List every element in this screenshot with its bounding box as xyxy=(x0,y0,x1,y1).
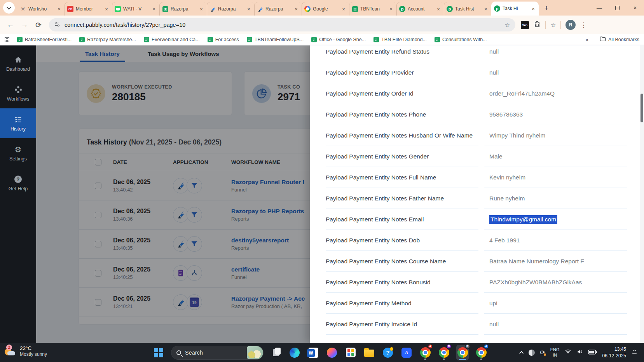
sidebar-item-settings[interactable]: ⚙ Settings xyxy=(0,138,36,168)
payload-value[interactable]: upi xyxy=(484,293,627,314)
store-app[interactable] xyxy=(344,345,357,360)
close-icon[interactable]: × xyxy=(341,6,346,12)
payload-value-selected[interactable]: Thindwimpy@gmail.com xyxy=(484,209,627,230)
tab-title: Task Hist xyxy=(455,6,481,12)
chrome-profile-2[interactable]: R xyxy=(438,345,450,360)
task-view-button[interactable] xyxy=(270,345,282,360)
notification-bell-icon[interactable] xyxy=(631,349,638,357)
side-panel-star-icon[interactable]: ☆ xyxy=(550,21,556,29)
tab-search-button[interactable] xyxy=(3,2,15,14)
chrome-profile-4[interactable]: A xyxy=(475,345,487,360)
new-tab-button[interactable]: + xyxy=(541,3,552,14)
bookmark-item[interactable]: Razorpay Mastershe... xyxy=(79,37,136,42)
payload-value[interactable]: Wimpy Thind nyheim xyxy=(484,125,627,146)
bookmark-item[interactable]: TBNTeamFollowUpS... xyxy=(247,37,304,42)
browser-tab[interactable]: TBNTean × xyxy=(349,2,396,16)
battery-icon[interactable] xyxy=(588,349,597,356)
payload-value[interactable]: null xyxy=(484,62,627,83)
wa-extension-icon[interactable]: WA xyxy=(521,21,529,29)
payload-value[interactable]: order_RoFrl47Lh2am4Q xyxy=(484,83,627,104)
bookmarks-overflow-icon[interactable]: » xyxy=(585,37,588,43)
close-icon[interactable]: × xyxy=(293,6,299,12)
sidebar-item-get-help[interactable]: ? Get Help xyxy=(0,168,36,198)
sidebar-item-workflows[interactable]: Workflows xyxy=(0,78,36,108)
payload-value[interactable]: Batraa Name Numerology Report F xyxy=(484,251,627,272)
maximize-button[interactable] xyxy=(608,0,626,16)
url-text[interactable]: connect.pabbly.com/task/history/2?per_pa… xyxy=(65,22,500,28)
bookmark-item[interactable]: Office - Google She... xyxy=(311,37,366,42)
browser-tab[interactable]: WATI - V × xyxy=(112,2,159,16)
back-button[interactable]: ← xyxy=(4,18,17,31)
payload-value[interactable]: 4 Feb 1991 xyxy=(484,230,627,251)
bookmark-item[interactable]: Consultations With... xyxy=(435,37,487,42)
bookmark-item[interactable]: Everwebinar and Ca... xyxy=(144,37,200,42)
close-icon[interactable]: × xyxy=(56,6,62,12)
address-bar[interactable]: connect.pabbly.com/task/history/2?per_pa… xyxy=(49,18,515,31)
task-detail-panel: Payload Payment Entity Refund Statusnull… xyxy=(310,45,644,343)
payload-value[interactable]: null xyxy=(484,314,627,335)
chrome-profile-3-active[interactable]: R xyxy=(456,345,469,360)
close-icon[interactable]: × xyxy=(199,6,204,12)
help-app[interactable]: ? xyxy=(382,345,394,360)
onedrive-icon[interactable] xyxy=(529,350,535,356)
close-window-button[interactable]: × xyxy=(626,0,644,16)
volume-icon[interactable] xyxy=(576,349,583,356)
bookmark-item[interactable]: TBN Elite Diamond... xyxy=(373,37,427,42)
sidebar-item-dashboard[interactable]: Dashboard xyxy=(0,49,36,78)
edge-app[interactable] xyxy=(288,345,301,360)
sidebar-item-history[interactable]: History xyxy=(0,108,36,138)
browser-menu-icon[interactable]: ⋮ xyxy=(580,21,587,29)
payload-value[interactable]: Male xyxy=(484,146,627,167)
monday-app[interactable]: /\ xyxy=(400,345,413,360)
apps-grid-icon[interactable] xyxy=(5,37,9,42)
browser-tab[interactable]: p Account × xyxy=(396,2,444,16)
wifi-icon[interactable] xyxy=(565,349,571,356)
close-icon[interactable]: × xyxy=(531,6,536,12)
chrome-profile-1[interactable]: A xyxy=(419,345,431,360)
language-indicator[interactable]: ENG IN xyxy=(550,347,560,358)
payload-value[interactable]: 9586786363 xyxy=(484,104,627,125)
browser-tab[interactable]: Google × xyxy=(302,2,349,16)
weather-widget[interactable]: 2 22°C Mostly sunny xyxy=(4,345,47,357)
update-sync-icon[interactable]: ⟳ xyxy=(540,350,545,356)
all-bookmarks-button[interactable]: All Bookmarks xyxy=(600,36,639,43)
browser-tab[interactable]: CD Member × xyxy=(65,2,112,16)
weather-badge: 2 xyxy=(6,345,12,350)
close-icon[interactable]: × xyxy=(104,6,109,12)
close-icon[interactable]: × xyxy=(436,6,441,12)
browser-tab[interactable]: Razorpa × xyxy=(159,2,207,16)
word-app[interactable] xyxy=(307,345,319,360)
payload-value[interactable]: Kevin nyheim xyxy=(484,167,627,188)
close-icon[interactable]: × xyxy=(151,6,157,12)
clock[interactable]: 13:45 06-12-2025 xyxy=(602,346,626,359)
payload-value[interactable]: Rune nyheim xyxy=(484,188,627,209)
browser-tab[interactable]: ✳ Worksho × xyxy=(17,2,65,16)
reload-button[interactable]: ⟳ xyxy=(32,18,45,31)
scrollbar-thumb[interactable] xyxy=(641,94,643,122)
start-button[interactable] xyxy=(152,345,165,360)
file-explorer-app[interactable] xyxy=(363,345,375,360)
bookmark-item[interactable]: For access xyxy=(208,37,239,42)
close-icon[interactable]: × xyxy=(246,6,251,12)
copilot-app[interactable] xyxy=(326,345,338,360)
site-info-icon[interactable] xyxy=(54,21,60,29)
page-scrollbar[interactable] xyxy=(640,45,644,343)
extensions-puzzle-icon[interactable] xyxy=(534,21,541,29)
browser-tab[interactable]: Razorpa × xyxy=(254,2,302,16)
modal-backdrop[interactable] xyxy=(36,45,310,343)
browser-tab[interactable]: p Task Hist × xyxy=(444,2,491,16)
browser-tab-active[interactable]: p Task Hi × xyxy=(491,2,539,16)
search-daily-image[interactable] xyxy=(247,346,263,360)
minimize-button[interactable]: — xyxy=(590,0,608,16)
bookmark-star-icon[interactable]: ☆ xyxy=(504,21,510,29)
close-icon[interactable]: × xyxy=(388,6,394,12)
taskbar-search[interactable]: Search xyxy=(171,346,264,360)
payload-value[interactable]: null xyxy=(484,45,627,62)
forward-button[interactable]: → xyxy=(18,18,31,31)
payload-value[interactable]: PAZXh0bgNhZW0BMABhZGlkAas xyxy=(484,272,627,293)
tray-expand-icon[interactable] xyxy=(519,351,524,355)
browser-tab[interactable]: Razorpa × xyxy=(207,2,254,16)
close-icon[interactable]: × xyxy=(483,6,489,12)
profile-avatar[interactable]: R xyxy=(565,20,576,30)
bookmark-item[interactable]: BatraSheetForDesti... xyxy=(17,37,72,42)
